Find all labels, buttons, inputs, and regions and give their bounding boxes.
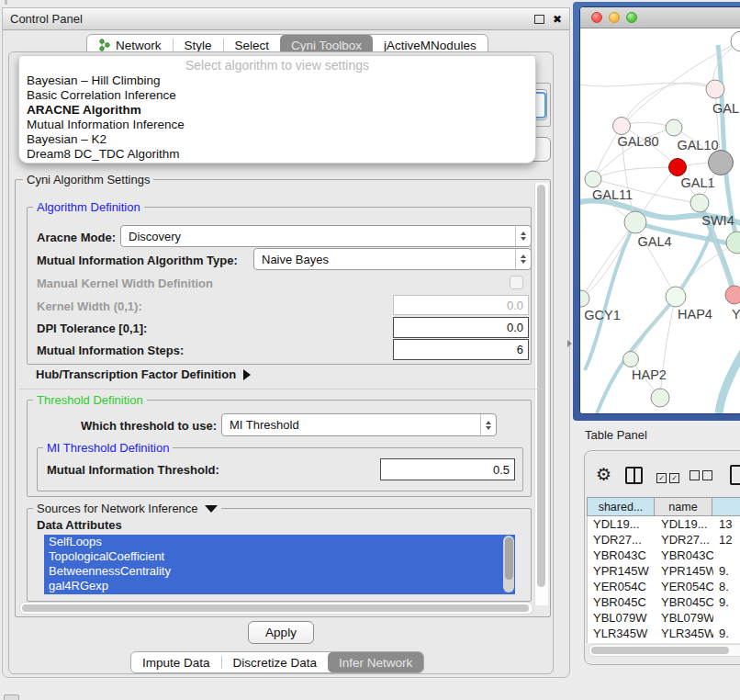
algorithm-option[interactable]: Dream8 DC_TDC Algorithm xyxy=(19,147,535,162)
node-gray[interactable] xyxy=(709,151,734,175)
which-threshold-value: MI Threshold xyxy=(230,418,299,432)
close-icon[interactable]: ✖ xyxy=(553,14,562,25)
tab-impute-data[interactable]: Impute Data xyxy=(131,652,221,672)
column-header-name[interactable]: name xyxy=(655,497,712,516)
settings-horizontal-scrollbar[interactable] xyxy=(19,602,533,615)
hub-definition-expander[interactable]: Hub/Transcription Factor Definition xyxy=(36,367,251,381)
deselect-all-checks-icon[interactable] xyxy=(690,469,715,483)
tab-label: Cyni Toolbox xyxy=(291,39,362,52)
node-label: HAP4 xyxy=(678,307,712,322)
mi-steps-input[interactable]: 6 xyxy=(393,339,529,360)
scrollbar-thumb[interactable] xyxy=(22,604,529,612)
aracne-mode-label: Aracne Mode: xyxy=(37,231,116,244)
tab-label: Impute Data xyxy=(142,656,210,670)
tab-label: jActiveMNodules xyxy=(384,39,477,52)
algorithm-option[interactable]: Bayesian – K2 xyxy=(19,132,535,147)
gear-icon[interactable]: ⚙ xyxy=(596,466,611,483)
table-row[interactable]: YBR043CYBR043C xyxy=(588,548,740,563)
table-row[interactable]: YLR345WYLR345W9. xyxy=(588,626,740,641)
hub-definition-label: Hub/Transcription Factor Definition xyxy=(36,367,236,381)
minimize-traffic-light-icon[interactable] xyxy=(609,12,620,23)
control-panel-title: Control Panel xyxy=(10,12,534,26)
combobox-arrows-icon xyxy=(480,414,496,435)
aracne-mode-combobox[interactable]: Discovery xyxy=(120,225,532,247)
apply-button[interactable]: Apply xyxy=(248,621,314,644)
table-row[interactable]: YDR27...YDR27...12 xyxy=(588,532,740,548)
node-gal4[interactable] xyxy=(624,211,646,233)
tab-discretize-data[interactable]: Discretize Data xyxy=(222,652,329,672)
list-vertical-scrollbar[interactable] xyxy=(503,536,514,593)
checked-box-icon: ✓ xyxy=(669,473,679,483)
settings-vertical-scrollbar[interactable] xyxy=(534,183,548,605)
columns-icon[interactable] xyxy=(625,467,643,484)
which-threshold-combobox[interactable]: MI Threshold xyxy=(221,413,497,436)
mi-algorithm-type-combobox[interactable]: Naive Bayes xyxy=(253,248,532,270)
mi-threshold-input[interactable]: 0.5 xyxy=(380,458,515,480)
sources-legend: Sources for Network Inference xyxy=(33,502,221,515)
scrollbar-thumb[interactable] xyxy=(537,185,545,587)
panel-splitter-handle[interactable] xyxy=(567,340,572,347)
attribute-item-selected[interactable]: SelfLoops xyxy=(44,535,515,549)
dpi-tolerance-label: DPI Tolerance [0,1]: xyxy=(37,322,147,335)
attribute-item-selected[interactable]: BetweennessCentrality xyxy=(44,564,515,579)
scrollbar-thumb[interactable] xyxy=(591,647,729,654)
mi-steps-value: 6 xyxy=(517,343,523,356)
float-window-icon[interactable] xyxy=(534,15,544,24)
collapse-down-icon[interactable] xyxy=(205,505,218,513)
algorithm-option-highlighted[interactable]: ARACNE Algorithm xyxy=(19,103,535,118)
algorithm-option[interactable]: Bayesian – Hill Climbing xyxy=(19,73,535,88)
tab-infer-network[interactable]: Infer Network xyxy=(328,652,423,672)
node[interactable] xyxy=(726,231,740,254)
network-window-titlebar[interactable] xyxy=(580,7,740,28)
data-attributes-label: Data Attributes xyxy=(37,518,122,532)
panel-toggle-icon[interactable] xyxy=(4,694,19,700)
node[interactable] xyxy=(731,31,740,51)
threshold-definition-group: Threshold Definition Which threshold to … xyxy=(27,400,532,497)
column-header[interactable] xyxy=(712,497,740,516)
scrollbar-thumb[interactable] xyxy=(505,537,513,580)
node-gal11[interactable] xyxy=(585,171,601,187)
attribute-item-selected[interactable]: gal4RGexp xyxy=(44,579,515,593)
node-hap2[interactable] xyxy=(623,352,639,367)
table-row[interactable]: YBL079WYBL079W xyxy=(588,610,740,626)
table-horizontal-scrollbar[interactable] xyxy=(589,644,740,657)
checked-box-icon: ✓ xyxy=(656,473,667,483)
table-row[interactable]: YDL19...YDL19...13 xyxy=(588,516,740,532)
attribute-item-selected[interactable]: TopologicalCoefficient xyxy=(44,549,515,564)
node-y[interactable] xyxy=(725,286,740,304)
table-row[interactable]: YER054CYER054C8. xyxy=(588,579,740,594)
manual-kernel-width-checkbox[interactable] xyxy=(510,276,523,289)
document-icon[interactable] xyxy=(730,465,740,485)
mi-algorithm-type-label: Mutual Information Algorithm Type: xyxy=(37,254,238,267)
table-row[interactable]: YPR145WYPR145W9. xyxy=(588,563,740,579)
dpi-tolerance-input[interactable]: 0.0 xyxy=(393,317,529,338)
node-label: SWI4 xyxy=(701,213,734,228)
kernel-width-label: Kernel Width (0,1): xyxy=(37,299,142,313)
close-traffic-light-icon[interactable] xyxy=(591,12,602,23)
select-all-checks-icon[interactable]: ✓✓ xyxy=(656,469,682,483)
kernel-width-value: 0.0 xyxy=(507,299,523,312)
node-gal10[interactable] xyxy=(666,119,682,136)
cyni-toolbox-panel: Select algorithm to view settings Bayesi… xyxy=(8,51,554,674)
zoom-traffic-light-icon[interactable] xyxy=(626,12,637,23)
which-threshold-label: Which threshold to use: xyxy=(81,419,217,433)
table-row[interactable]: YBR045CYBR045C9. xyxy=(588,594,740,610)
algorithm-definition-group: Algorithm Definition Aracne Mode: Discov… xyxy=(27,207,532,365)
algorithm-option[interactable]: Mutual Information Inference xyxy=(19,118,535,132)
column-header-shared-name[interactable]: shared... xyxy=(587,497,655,516)
node[interactable] xyxy=(651,389,669,407)
combobox-arrows-icon xyxy=(515,226,531,246)
node-gal80[interactable] xyxy=(613,118,631,135)
table-toolbar: ⚙ ✓✓ xyxy=(585,464,740,488)
node-label: GAL xyxy=(712,101,739,116)
combobox-arrows-icon xyxy=(515,249,531,269)
node-selected-red[interactable] xyxy=(669,159,687,176)
network-canvas[interactable]: GAL GAL80 GAL10 GAL1 GAL11 SWI4 GAL4 GCY… xyxy=(580,28,740,413)
manual-kernel-width-label: Manual Kernel Width Definition xyxy=(37,277,213,290)
node-swi4[interactable] xyxy=(690,194,709,212)
bottom-tabbar: Impute Data Discretize Data Infer Networ… xyxy=(130,651,424,673)
algorithm-option[interactable]: Basic Correlation Inference xyxy=(19,88,535,103)
table-row[interactable]: YIL052CYIL052C9 xyxy=(588,641,740,643)
node-gal[interactable] xyxy=(706,80,724,98)
node-hap4[interactable] xyxy=(666,287,686,307)
